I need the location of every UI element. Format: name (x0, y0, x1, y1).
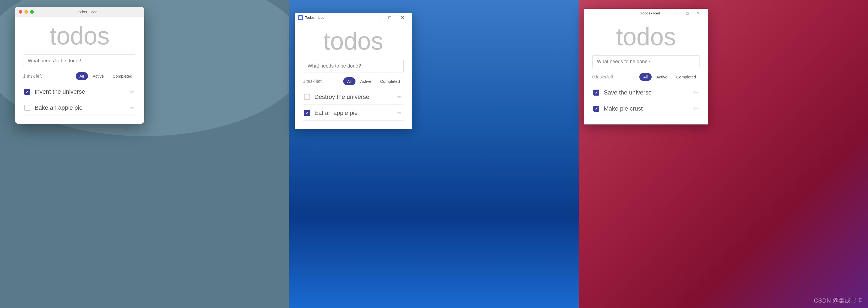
todo-checkbox-right-2[interactable] (593, 106, 599, 112)
window-title-left: Todos - Iced (34, 10, 141, 14)
maximize-button[interactable] (30, 10, 34, 13)
todo-item-right-2: Make pie crust ✏ (592, 101, 700, 116)
todo-item-left-2: Bake an apple pie ✏ (23, 100, 136, 116)
filter-active-left[interactable]: Active (89, 72, 108, 80)
titlebar-win11: Todos - Iced — □ ✕ (584, 9, 708, 18)
win-icon-inner (299, 16, 302, 19)
todo-bar-center: 1 task left All Active Completed (303, 78, 404, 85)
todo-text-left-2: Bake an apple pie (35, 104, 129, 112)
win11-controls: — □ ✕ (671, 9, 704, 18)
todo-input-center[interactable] (303, 60, 404, 72)
todo-list-right: Save the universe ✏ Make pie crust ✏ (592, 85, 700, 116)
todo-item-center-1: Destroy the universe ✏ (303, 90, 404, 104)
window-win: Todos - Iced — □ ✕ todos 1 task left All… (295, 13, 412, 129)
window-title-right: Todos - Iced (630, 11, 671, 15)
todo-item-right-1: Save the universe ✏ (592, 85, 700, 100)
csdn-watermark: CSDN @集成显卡 (814, 297, 863, 305)
titlebar-win: Todos - Iced — □ ✕ (295, 13, 412, 22)
todo-text-right-1: Save the universe (604, 89, 692, 96)
edit-icon-center-2[interactable]: ✏ (396, 109, 403, 117)
app-heading-right: todos (592, 23, 700, 51)
todo-input-right[interactable] (592, 55, 700, 68)
titlebar-mac: Todos - Iced (15, 7, 144, 17)
todo-checkbox-left-2[interactable] (24, 105, 30, 111)
win11-restore-btn[interactable]: □ (682, 9, 693, 18)
todo-bar-left: 1 task left All Active Completed (23, 72, 136, 80)
app-content-center: todos 1 task left All Active Completed D… (295, 22, 412, 129)
filter-buttons-center: All Active Completed (343, 78, 404, 85)
todo-input-left[interactable] (23, 55, 136, 67)
win11-close-btn[interactable]: ✕ (693, 9, 704, 18)
app-content-right: todos 0 tasks left All Active Completed … (584, 18, 708, 124)
todo-item-left-1: Invent the universe ✏ (23, 85, 136, 99)
edit-icon-left-2[interactable]: ✏ (129, 104, 135, 112)
app-heading-left: todos (23, 23, 136, 50)
close-button[interactable] (19, 10, 22, 13)
todo-item-center-2: Eat an apple pie ✏ (303, 106, 404, 121)
app-content-left: todos 1 task left All Active Completed I… (15, 17, 144, 124)
filter-buttons-right: All Active Completed (639, 73, 700, 81)
edit-icon-center-1[interactable]: ✏ (396, 93, 403, 101)
win-controls: — □ ✕ (371, 13, 408, 22)
filter-buttons-left: All Active Completed (76, 72, 136, 80)
filter-all-left[interactable]: All (76, 72, 88, 80)
filter-completed-left[interactable]: Completed (108, 72, 136, 80)
filter-completed-center[interactable]: Completed (376, 78, 404, 85)
todo-checkbox-center-2[interactable] (304, 110, 310, 116)
filter-all-center[interactable]: All (343, 78, 355, 85)
edit-icon-right-1[interactable]: ✏ (692, 89, 699, 97)
edit-icon-right-2[interactable]: ✏ (692, 104, 699, 113)
filter-active-right[interactable]: Active (653, 73, 672, 81)
task-count-left: 1 task left (23, 74, 42, 79)
window-mac: Todos - Iced todos 1 task left All Activ… (15, 7, 144, 124)
window-title-center: Todos - Iced (305, 16, 371, 20)
todo-list-left: Invent the universe ✏ Bake an apple pie … (23, 85, 136, 116)
todo-checkbox-right-1[interactable] (593, 90, 599, 96)
todo-bar-right: 0 tasks left All Active Completed (592, 73, 700, 81)
win-close-btn[interactable]: ✕ (396, 13, 408, 22)
todo-checkbox-center-1[interactable] (304, 94, 310, 100)
edit-icon-left-1[interactable]: ✏ (129, 88, 135, 96)
filter-completed-right[interactable]: Completed (672, 73, 700, 81)
filter-active-center[interactable]: Active (356, 78, 375, 85)
todo-text-center-2: Eat an apple pie (314, 110, 396, 117)
todo-text-center-1: Destroy the universe (314, 93, 396, 100)
todo-text-left-1: Invent the universe (35, 88, 129, 95)
task-count-right: 0 tasks left (592, 74, 613, 80)
traffic-lights (19, 10, 34, 13)
win11-minimize-btn[interactable]: — (671, 9, 682, 18)
todo-text-right-2: Make pie crust (604, 105, 692, 112)
win-minimize-btn[interactable]: — (371, 13, 383, 22)
minimize-button[interactable] (25, 10, 28, 13)
app-heading-center: todos (303, 28, 404, 55)
filter-all-right[interactable]: All (639, 73, 652, 81)
win-restore-btn[interactable]: □ (383, 13, 396, 22)
win-app-icon (298, 15, 303, 20)
todo-checkbox-left-1[interactable] (24, 89, 30, 95)
task-count-center: 1 task left (303, 79, 321, 84)
todo-list-center: Destroy the universe ✏ Eat an apple pie … (303, 90, 404, 121)
window-win11: Todos - Iced — □ ✕ todos 0 tasks left Al… (584, 9, 708, 124)
